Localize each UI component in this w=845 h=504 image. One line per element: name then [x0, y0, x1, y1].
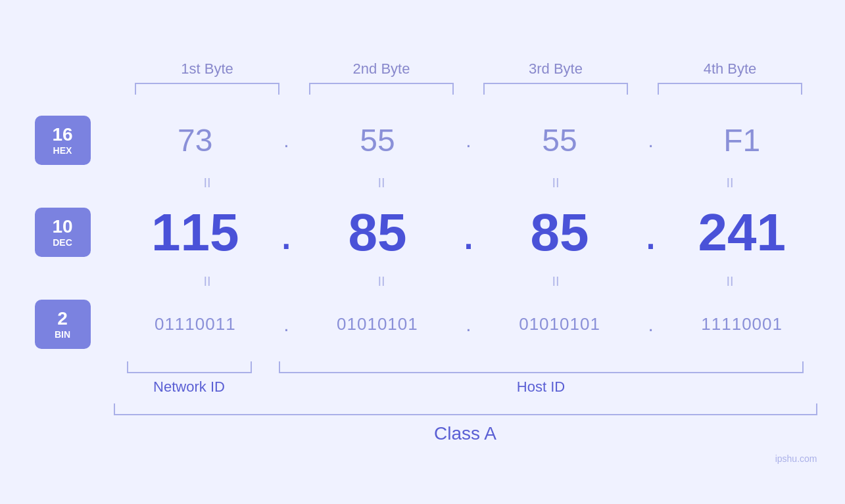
hex-byte2: 55 — [305, 122, 450, 158]
bin-byte4: 11110001 — [669, 314, 814, 334]
bin-dot2: . — [455, 313, 481, 336]
bin-byte1: 01110011 — [123, 314, 268, 334]
class-bracket — [114, 403, 817, 415]
bin-byte2: 01010101 — [305, 314, 450, 334]
dec-dot1: . — [273, 206, 299, 260]
hex-byte3: 55 — [487, 122, 632, 158]
eq7: II — [483, 274, 628, 289]
byte4-header: 4th Byte — [658, 60, 802, 78]
hex-row: 16 HEX 73 . 55 . 55 . F1 — [28, 108, 817, 173]
bracket-byte3 — [483, 83, 628, 95]
hex-dot3: . — [638, 129, 664, 152]
bin-dot3: . — [638, 313, 664, 336]
dec-byte3: 85 — [487, 202, 632, 263]
dec-badge: 10 DEC — [35, 208, 91, 257]
byte1-header: 1st Byte — [135, 60, 279, 78]
hex-badge: 16 HEX — [35, 116, 91, 165]
eq6: II — [309, 274, 454, 289]
hex-byte4: F1 — [669, 122, 814, 158]
dec-row: 10 DEC 115 . 85 . 85 . 241 — [28, 193, 817, 272]
dec-byte2: 85 — [305, 202, 450, 263]
bin-row: 2 BIN 01110011 . 01010101 . 01010101 . 1… — [28, 292, 817, 357]
equals-row-1: II II II II — [28, 173, 817, 193]
bin-byte3: 01010101 — [487, 314, 632, 334]
bracket-byte4 — [658, 83, 802, 95]
bracket-byte1 — [135, 83, 279, 95]
network-bracket — [127, 361, 252, 373]
eq3: II — [483, 175, 628, 191]
bin-dot1: . — [273, 313, 299, 336]
watermark: ipshu.com — [775, 453, 817, 464]
eq5: II — [135, 274, 279, 289]
bin-badge: 2 BIN — [35, 300, 91, 349]
equals-row-2: II II II II — [28, 272, 817, 292]
eq8: II — [658, 274, 802, 289]
dec-dot3: . — [638, 206, 664, 260]
host-id-label: Host ID — [517, 378, 565, 396]
dec-byte4: 241 — [669, 202, 814, 263]
eq1: II — [135, 175, 279, 191]
hex-byte1: 73 — [123, 122, 268, 158]
bracket-byte2 — [309, 83, 454, 95]
eq4: II — [658, 175, 802, 191]
class-label: Class A — [114, 423, 817, 444]
network-id-label: Network ID — [153, 378, 225, 396]
byte2-header: 2nd Byte — [309, 60, 454, 78]
byte3-header: 3rd Byte — [483, 60, 628, 78]
hex-dot2: . — [455, 129, 481, 152]
host-bracket — [279, 361, 804, 373]
eq2: II — [309, 175, 454, 191]
dec-byte1: 115 — [123, 202, 268, 263]
hex-dot1: . — [273, 129, 299, 152]
dec-dot2: . — [455, 206, 481, 260]
